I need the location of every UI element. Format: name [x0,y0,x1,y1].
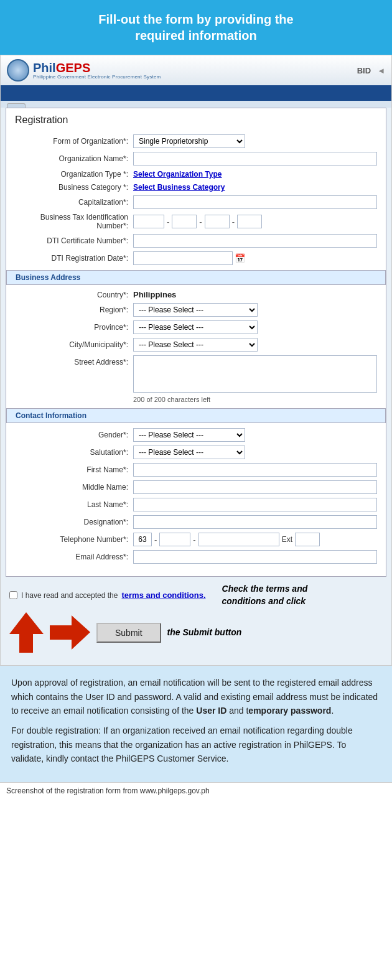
browser-tab[interactable] [7,103,26,108]
form-org-select[interactable]: Single Proprietorship [133,134,245,148]
salutation-label: Salutation*: [15,448,133,457]
dti-date-input[interactable] [133,251,233,265]
gender-row: Gender*: --- Please Select --- [15,428,377,442]
philgeps-header: PhilGEPS Philippine Government Electroni… [1,55,391,87]
biz-category-label: Business Category *: [15,183,133,192]
tel-label: Telephone Number*: [15,535,133,544]
org-name-input[interactable] [133,152,377,166]
org-name-row: Organization Name*: [15,152,377,166]
submit-button[interactable]: Submit [96,623,161,643]
tin-input-2[interactable] [172,215,197,228]
terms-text: I have read and accepted the [21,591,118,600]
org-name-label: Organization Name*: [15,154,133,163]
street-control: 200 of 200 characters left [133,355,377,403]
designation-row: Designation*: [15,515,377,529]
nav-arrow: ◄ [377,66,385,75]
last-name-control [133,498,377,511]
contact-info-header: Contact Information [6,408,386,423]
region-control: --- Please Select --- [133,303,377,317]
email-control [133,550,377,564]
last-name-input[interactable] [133,498,377,511]
tin-sep-1: - [167,217,169,226]
dti-cert-control [133,234,377,248]
date-wrap: 📅 [133,251,377,265]
dti-date-label: DTI Registration Date*: [15,254,133,263]
tin-control: - - - [133,215,377,228]
email-label: Email Address*: [15,553,133,561]
org-name-control [133,152,377,166]
info-box: Upon approval of registration, an email … [0,666,392,782]
registration-form: Registration Form of Organization*: Sing… [6,108,386,577]
middle-name-label: Middle Name: [15,483,133,492]
email-input[interactable] [133,550,377,564]
street-textarea[interactable] [133,355,377,393]
salutation-control: --- Please Select --- [133,446,377,459]
biz-category-row: Business Category *: Select Business Cat… [15,182,377,192]
tel-ext-input[interactable] [295,533,320,546]
tel-country-input[interactable] [133,533,152,546]
business-address-header: Business Address [6,270,386,285]
org-type-label: Organization Type *: [15,170,133,179]
submit-area: Submit the Submit button [9,612,383,653]
country-label: Country*: [15,291,133,299]
terms-link[interactable]: terms and conditions. [121,590,205,600]
region-label: Region*: [15,306,133,314]
city-row: City/Municipality*: --- Please Select --… [15,338,377,352]
philgeps-nav: BID ◄ [357,66,385,75]
dti-cert-input[interactable] [133,234,377,248]
country-row: Country*: Philippines [15,290,377,299]
biz-category-link[interactable]: Select Business Category [133,183,225,192]
tel-area-input[interactable] [159,533,190,546]
tin-sep-3: - [232,217,235,226]
gender-select[interactable]: --- Please Select --- [133,428,245,442]
page-header: Fill-out the form by providing the requi… [0,0,392,55]
bottom-area: I have read and accepted the terms and c… [1,577,391,659]
svg-marker-1 [50,615,90,650]
form-org-row: Form of Organization*: Single Proprietor… [15,134,377,148]
tel-sep-2: - [193,535,195,544]
submit-hint: the Submit button [167,627,242,639]
tin-input-3[interactable] [205,215,230,228]
tel-ext-label: Ext [282,535,292,544]
tel-row: Telephone Number*: - - Ext [15,533,377,546]
tin-sep-2: - [199,217,202,226]
form-org-control: Single Proprietorship [133,134,377,148]
middle-name-row: Middle Name: [15,480,377,494]
terms-checkbox[interactable] [9,591,17,599]
email-row: Email Address*: [15,550,377,564]
dti-date-row: DTI Registration Date*: 📅 [15,251,377,265]
province-row: Province*: --- Please Select --- [15,320,377,334]
tel-group: - - Ext [133,533,377,546]
capitalization-input[interactable] [133,195,377,209]
middle-name-input[interactable] [133,480,377,494]
capitalization-row: Capitalization*: [15,195,377,209]
philgeps-logo-text: PhilGEPS Philippine Government Electroni… [33,62,161,80]
tin-input-1[interactable] [133,215,164,228]
form-title: Registration [15,114,377,126]
province-select[interactable]: --- Please Select --- [133,320,258,334]
info-paragraph-2: For double registration: If an organizat… [11,724,381,765]
first-name-control [133,463,377,477]
calendar-icon[interactable]: 📅 [235,253,245,263]
org-type-control: Select Organization Type [133,169,377,179]
header-title: Fill-out the form by providing the requi… [12,11,380,44]
salutation-select[interactable]: --- Please Select --- [133,446,245,459]
svg-marker-0 [9,612,44,653]
region-select[interactable]: --- Please Select --- [133,303,258,317]
first-name-input[interactable] [133,463,377,477]
designation-control [133,515,377,529]
tel-num-input[interactable] [198,533,279,546]
designation-input[interactable] [133,515,377,529]
last-name-row: Last Name*: [15,498,377,511]
org-type-link[interactable]: Select Organization Type [133,170,222,179]
tin-label: Business Tax Identification Number*: [15,213,133,230]
tin-row: Business Tax Identification Number*: - -… [15,213,377,230]
dti-cert-label: DTI Certificate Number*: [15,236,133,245]
gender-label: Gender*: [15,431,133,439]
city-select[interactable]: --- Please Select --- [133,338,258,352]
philgeps-emblem [7,59,29,82]
terms-row: I have read and accepted the terms and c… [9,583,383,607]
biz-category-control: Select Business Category [133,182,377,192]
tin-input-4[interactable] [237,215,262,228]
region-row: Region*: --- Please Select --- [15,303,377,317]
